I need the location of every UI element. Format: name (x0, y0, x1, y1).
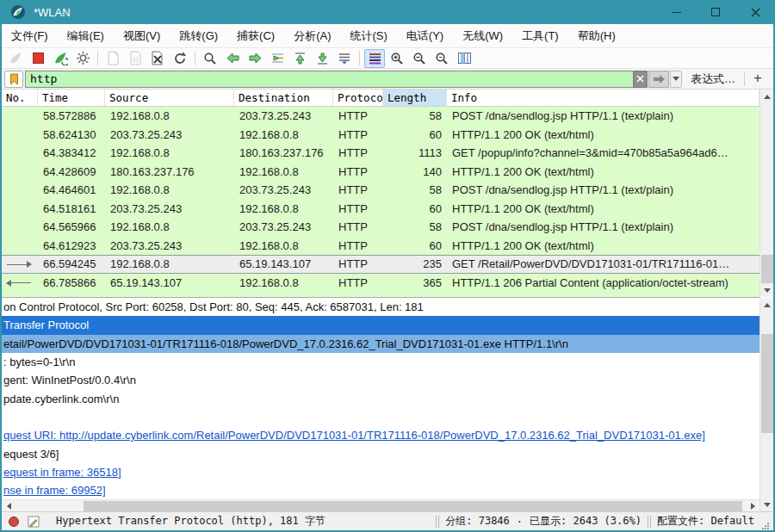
go-forward-icon[interactable] (245, 49, 265, 68)
menu-help[interactable]: 帮助(H) (568, 24, 625, 47)
menu-analyze[interactable]: 分析(A) (284, 24, 340, 47)
packet-row-selected[interactable]: 66.594245 192.168.0.8 65.19.143.107 HTTP… (2, 255, 760, 274)
cell-length: 58 (383, 218, 447, 237)
scrollbar-thumb[interactable] (761, 255, 773, 283)
detail-line-http-selected[interactable]: Transfer Protocol (2, 316, 760, 334)
menu-file[interactable]: 文件(F) (2, 24, 58, 47)
col-header-info[interactable]: Info (447, 90, 760, 106)
packet-row[interactable]: 64.383412 192.168.0.8 180.163.237.176 HT… (2, 144, 760, 163)
expert-info-icon[interactable] (9, 517, 19, 527)
packet-row[interactable]: 64.565966 192.168.0.8 203.73.25.243 HTTP… (2, 218, 760, 237)
packet-row[interactable]: 58.572886 192.168.0.8 203.73.25.243 HTTP… (2, 107, 760, 126)
maximize-button[interactable] (696, 0, 735, 24)
go-last-icon[interactable] (312, 49, 332, 68)
detail-line-host[interactable]: pdate.cyberlink.com\r\n (2, 389, 760, 407)
cell-length: 1113 (383, 144, 447, 163)
menu-capture[interactable]: 捕获(C) (227, 24, 284, 47)
col-header-length[interactable]: Length (383, 90, 447, 106)
zoom-out-icon[interactable] (409, 49, 430, 68)
zoom-in-icon[interactable] (387, 49, 407, 68)
menu-go[interactable]: 跳转(G) (170, 24, 227, 47)
detail-vertical-scrollbar[interactable] (760, 298, 773, 511)
start-capture-icon[interactable] (5, 49, 26, 68)
detail-line-blank[interactable] (2, 408, 760, 426)
display-filter-input[interactable] (25, 71, 633, 88)
detail-line-range[interactable]: : bytes=0-1\r\n (2, 353, 760, 371)
cell-no (2, 218, 38, 237)
detail-line-tcp[interactable]: on Control Protocol, Src Port: 60258, Ds… (2, 298, 760, 316)
menu-telephony[interactable]: 电话(Y) (397, 24, 453, 47)
col-header-protocol[interactable]: Protocol (333, 90, 383, 106)
packet-list-scrollbar[interactable] (760, 90, 773, 297)
scroll-down-icon[interactable] (760, 283, 774, 297)
menu-statistics[interactable]: 统计(S) (340, 24, 396, 47)
menu-edit[interactable]: 编辑(E) (58, 24, 114, 47)
resize-grip-icon[interactable] (761, 522, 770, 530)
stop-capture-icon[interactable] (28, 49, 48, 68)
capture-options-icon[interactable] (72, 49, 93, 68)
detail-line-request[interactable]: etail/PowerDVD/DVD171031-01/TR171116-018… (2, 335, 760, 353)
cell-protocol: HTTP (333, 200, 383, 219)
col-header-source[interactable]: Source (105, 90, 234, 106)
add-filter-button[interactable]: + (745, 70, 771, 89)
col-header-time[interactable]: Time (38, 90, 105, 106)
go-first-icon[interactable] (289, 49, 310, 68)
close-file-icon[interactable] (147, 49, 168, 68)
find-packet-icon[interactable] (200, 49, 220, 68)
cell-no (2, 181, 38, 200)
chevron-down-icon (673, 77, 679, 81)
minimize-button[interactable] (656, 0, 696, 24)
scroll-left-icon[interactable] (2, 500, 16, 512)
colorize-icon[interactable] (364, 49, 385, 68)
restart-capture-icon[interactable] (50, 49, 71, 68)
packet-row[interactable]: 64.518161 203.73.25.243 192.168.0.8 HTTP… (2, 200, 760, 219)
cell-protocol: HTTP (333, 144, 383, 163)
menu-wireless[interactable]: 无线(W) (453, 24, 512, 47)
reload-file-icon[interactable] (170, 49, 190, 68)
go-back-icon[interactable] (222, 49, 243, 68)
scroll-down-icon[interactable] (760, 498, 774, 511)
cell-length: 58 (383, 181, 447, 200)
cell-info: HTTP/1.1 200 OK (text/html) (447, 200, 760, 219)
open-file-icon[interactable] (102, 49, 123, 68)
filter-bookmark-button[interactable] (4, 71, 23, 88)
cell-protocol: HTTP (333, 126, 383, 145)
col-header-destination[interactable]: Destination (234, 90, 333, 106)
filter-clear-button[interactable] (633, 71, 648, 88)
packet-row[interactable]: 58.624130 203.73.25.243 192.168.0.8 HTTP… (2, 126, 760, 145)
detail-line-full-uri-link[interactable]: quest URI: http://update.cyberlink.com/R… (2, 426, 760, 444)
scroll-up-icon[interactable] (760, 90, 774, 103)
packet-row[interactable]: 64.464601 192.168.0.8 203.73.25.243 HTTP… (2, 181, 760, 200)
detail-line-request-number[interactable]: equest 3/6] (2, 444, 760, 462)
packet-row[interactable]: 64.428609 180.163.237.176 192.168.0.8 HT… (2, 163, 760, 182)
expression-button[interactable]: 表达式… (682, 71, 744, 87)
go-to-packet-icon[interactable] (267, 49, 288, 68)
detail-line-useragent[interactable]: gent: WinInetPost/0.0.4\r\n (2, 371, 760, 389)
filter-apply-button[interactable] (648, 71, 669, 88)
status-displayed-count: 已显示: 2643 (3.6%) (530, 514, 642, 529)
col-header-no[interactable]: No. (2, 90, 38, 106)
main-toolbar (2, 48, 773, 69)
capture-comment-icon[interactable] (27, 515, 40, 529)
detail-line-response-frame-link[interactable]: nse in frame: 69952] (2, 481, 760, 499)
packet-row[interactable]: 66.785866 65.19.143.107 192.168.0.8 HTTP… (2, 274, 760, 293)
zoom-original-icon[interactable] (431, 49, 452, 68)
cell-time: 58.624130 (38, 126, 105, 145)
detail-horizontal-scrollbar[interactable] (2, 499, 760, 511)
scrollbar-thumb[interactable] (761, 334, 773, 433)
resize-columns-icon[interactable] (454, 49, 474, 68)
menu-tools[interactable]: 工具(T) (512, 24, 568, 47)
packet-row[interactable]: 64.612923 203.73.25.243 192.168.0.8 HTTP… (2, 237, 760, 256)
filter-history-dropdown[interactable] (670, 71, 682, 88)
close-button[interactable] (735, 0, 775, 24)
cell-destination: 192.168.0.8 (234, 163, 333, 182)
auto-scroll-icon[interactable] (334, 49, 355, 68)
cell-source: 203.73.25.243 (105, 200, 234, 219)
scroll-up-icon[interactable] (760, 298, 774, 312)
save-file-icon[interactable] (125, 49, 146, 68)
scrollbar-thumb[interactable] (84, 501, 742, 511)
scroll-right-icon[interactable] (746, 500, 760, 512)
detail-line-request-frame-link[interactable]: equest in frame: 36518] (2, 463, 760, 481)
menu-view[interactable]: 视图(V) (114, 24, 170, 47)
status-profile[interactable]: 配置文件: Default (657, 514, 754, 529)
